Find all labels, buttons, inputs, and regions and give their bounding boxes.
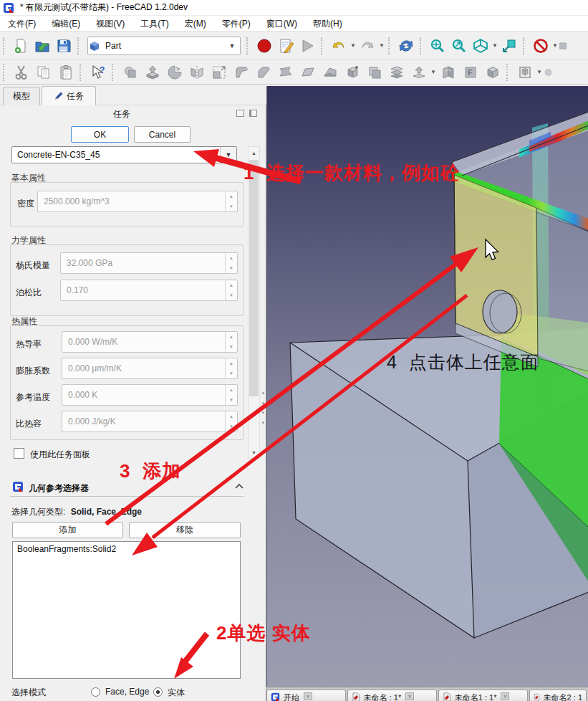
open-document-button[interactable] xyxy=(32,35,53,57)
undo-button[interactable] xyxy=(328,35,350,57)
view-dropdown-caret[interactable]: ▼ xyxy=(491,42,498,49)
macro-record-button[interactable] xyxy=(254,35,275,57)
spin-up-icon[interactable]: ▲ xyxy=(226,280,237,290)
clipping-dropdown-caret[interactable]: ▼ xyxy=(551,42,559,49)
menu-window[interactable]: 窗口(W) xyxy=(259,16,305,32)
spin-up-icon[interactable]: ▲ xyxy=(226,332,237,342)
part-boolean-icon[interactable] xyxy=(119,62,141,82)
reference-list[interactable]: BooleanFragments:Solid2 xyxy=(12,541,241,679)
whats-this-button[interactable]: ? xyxy=(87,62,109,82)
remove-button[interactable]: 移除 xyxy=(129,522,241,538)
spin-buttons[interactable]: ▲▼ xyxy=(225,411,237,431)
mdi-tab-doc2[interactable]: 未命名1 : 1* ✕ xyxy=(438,690,528,701)
scrollbar-thumb[interactable] xyxy=(249,160,259,396)
new-document-button[interactable] xyxy=(10,35,32,57)
measure-dropdown-caret[interactable]: ▼ xyxy=(536,69,543,75)
spin-buttons[interactable]: ▲▼ xyxy=(225,280,237,300)
part-dropdown-caret[interactable]: ▼ xyxy=(430,69,437,75)
close-icon[interactable]: ✕ xyxy=(501,692,509,700)
part-ruledsurface-icon[interactable] xyxy=(274,62,297,82)
macro-run-button[interactable] xyxy=(297,35,318,57)
conductivity-spinbox[interactable]: 0.000 W/m/K ▲▼ xyxy=(62,331,238,353)
tab-model[interactable]: 模型 xyxy=(3,87,40,105)
menu-tools[interactable]: 工具(T) xyxy=(132,16,176,32)
part-fillet-icon[interactable] xyxy=(230,62,252,82)
scroll-down-icon[interactable]: ▼ xyxy=(249,447,259,458)
toolbar-grip[interactable] xyxy=(77,37,82,54)
refresh-button[interactable] xyxy=(395,35,417,57)
part-wedge-icon[interactable] xyxy=(319,62,341,82)
chevron-down-icon[interactable]: ▼ xyxy=(220,147,236,163)
toolbar-grip[interactable] xyxy=(321,37,326,54)
spin-down-icon[interactable]: ▼ xyxy=(226,342,237,352)
tab-tasks[interactable]: 任务 xyxy=(42,86,96,105)
spin-down-icon[interactable]: ▼ xyxy=(226,421,237,431)
cancel-button[interactable]: Cancel xyxy=(134,126,191,143)
menu-macro[interactable]: 宏(M) xyxy=(177,16,214,32)
clipping-plane-button[interactable] xyxy=(530,35,551,57)
menu-file[interactable]: 文件(F) xyxy=(0,16,44,32)
partial-toolbar-icon2[interactable] xyxy=(543,62,551,82)
redo-button[interactable] xyxy=(357,35,378,57)
panel-splitter-handle[interactable] xyxy=(262,392,265,424)
specific-heat-spinbox[interactable]: 0.000 J/kg/K ▲▼ xyxy=(62,411,238,432)
menu-help[interactable]: 帮助(H) xyxy=(305,16,350,32)
toolbar-grip[interactable] xyxy=(3,37,8,54)
spin-buttons[interactable]: ▲▼ xyxy=(225,191,237,211)
part-crosssection-icon[interactable] xyxy=(408,62,430,82)
spin-down-icon[interactable]: ▼ xyxy=(226,368,237,378)
spin-buttons[interactable]: ▲▼ xyxy=(225,253,237,273)
toolbar-grip[interactable] xyxy=(506,64,511,81)
spin-up-icon[interactable]: ▲ xyxy=(226,191,237,201)
zoom-selection-button[interactable] xyxy=(448,35,470,57)
undock-panel-button[interactable] xyxy=(249,110,257,117)
poisson-spinbox[interactable]: 0.170 ▲▼ xyxy=(60,280,238,301)
use-task-panel-checkbox[interactable] xyxy=(14,448,24,459)
part-shapebuilder-icon[interactable] xyxy=(341,62,363,82)
part-thickness-icon[interactable] xyxy=(437,62,459,82)
spin-up-icon[interactable]: ▲ xyxy=(226,385,237,395)
panel-scrollbar[interactable]: ▲ ▼ xyxy=(248,146,260,459)
mdi-tab-start[interactable]: 开始 ✕ xyxy=(266,690,346,701)
toolbar-grip[interactable] xyxy=(3,64,8,81)
spin-down-icon[interactable]: ▼ xyxy=(226,290,237,300)
menu-part[interactable]: 零件(P) xyxy=(214,16,259,32)
toolbar-grip[interactable] xyxy=(420,37,425,54)
expansion-spinbox[interactable]: 0.000 μm/m/K ▲▼ xyxy=(62,358,238,379)
redo-dropdown-caret[interactable]: ▼ xyxy=(378,42,385,49)
toolbar-grip[interactable] xyxy=(523,37,528,54)
mdi-tab-doc1[interactable]: 未命名 : 1* ✕ xyxy=(347,690,437,701)
toolbar-grip[interactable] xyxy=(112,64,117,81)
youngs-spinbox[interactable]: 32.000 GPa ▲▼ xyxy=(60,252,238,274)
menu-edit[interactable]: 编辑(E) xyxy=(44,16,88,32)
partial-toolbar-icon[interactable] xyxy=(559,35,569,57)
frame-right-wall[interactable] xyxy=(536,208,588,371)
spin-up-icon[interactable]: ▲ xyxy=(226,358,237,368)
part-boundingbox-icon[interactable] xyxy=(514,62,536,82)
material-combobox[interactable]: Concrete-EN-C35_45 ▼ xyxy=(11,146,237,163)
zoom-fit-all-button[interactable] xyxy=(427,35,448,57)
fit-selection-button[interactable] xyxy=(498,35,520,57)
float-panel-button[interactable] xyxy=(236,110,244,117)
part-slice-icon[interactable] xyxy=(385,62,408,82)
mdi-tab-doc3[interactable]: 未命名2 : 1 xyxy=(529,690,587,701)
spin-down-icon[interactable]: ▼ xyxy=(226,201,237,211)
density-spinbox[interactable]: 2500.000 kg/m^3 ▲▼ xyxy=(37,191,238,212)
close-icon[interactable]: ✕ xyxy=(304,692,312,700)
close-icon[interactable]: ✕ xyxy=(405,692,414,700)
workbench-selector[interactable]: Part ▼ xyxy=(87,37,241,55)
part-compound-icon[interactable] xyxy=(363,62,385,82)
spin-buttons[interactable]: ▲▼ xyxy=(225,332,237,352)
undo-dropdown-caret[interactable]: ▼ xyxy=(350,42,357,49)
spin-buttons[interactable]: ▲▼ xyxy=(225,385,237,405)
radio-face-edge[interactable] xyxy=(91,687,100,697)
axonometric-view-button[interactable] xyxy=(470,35,491,57)
part-chamfer-icon[interactable] xyxy=(252,62,274,82)
radio-solid[interactable] xyxy=(153,687,163,697)
part-extrude-icon[interactable] xyxy=(141,62,163,82)
macro-edit-button[interactable] xyxy=(275,35,297,57)
save-button[interactable] xyxy=(53,35,74,57)
part-plane-icon[interactable] xyxy=(297,62,319,82)
part-mirror-icon[interactable] xyxy=(185,62,208,82)
part-revolve-icon[interactable] xyxy=(163,62,185,82)
